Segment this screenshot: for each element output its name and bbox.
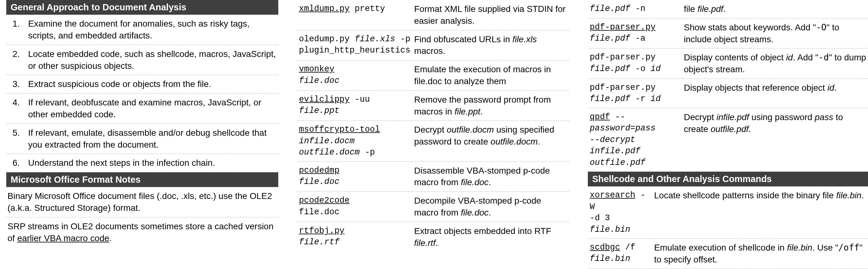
desc-cell: Find obfuscated URLs in file.xls macros. <box>412 30 569 60</box>
desc-text: . <box>489 177 491 187</box>
desc-mono: -O <box>816 22 827 33</box>
cmd-args: /f <box>620 243 636 252</box>
cmd-cell: vmonkeyfile.doc <box>297 60 412 91</box>
desc-text: Decrypt <box>414 125 446 134</box>
header-office-notes: Microsoft Office Format Notes <box>6 172 278 187</box>
desc-text: . <box>489 208 491 217</box>
cmd-row: oledump.py file.xls -p plugin_http_heuri… <box>297 30 569 60</box>
step-item: Locate embedded code, such as shellcode,… <box>6 45 278 76</box>
column-3: file.pdf -n file file.pdf. pdf-parser.py… <box>588 0 868 269</box>
desc-cell: Locate shellcode patterns inside the bin… <box>652 186 868 238</box>
desc-text: . <box>862 190 864 200</box>
step-item: Understand the next steps in the infecti… <box>6 154 278 172</box>
desc-em: file.ppt <box>455 107 480 116</box>
desc-em: file.rtf <box>414 238 435 248</box>
column-1: General Approach to Document Analysis Ex… <box>6 0 278 269</box>
cmd-row: msoffcrypto-toolinfile.docmoutfile.docm … <box>297 121 569 161</box>
cmd-cell: evilclippy -uufile.ppt <box>297 90 412 121</box>
tool-evilclippy[interactable]: evilclippy <box>299 95 349 104</box>
tool-qpdf[interactable]: qpdf <box>590 112 610 122</box>
desc-em: pass <box>815 112 833 122</box>
desc-cell: Extract objects embedded into RTF file.r… <box>412 222 569 252</box>
cheatsheet-page: General Approach to Document Analysis Ex… <box>0 0 868 269</box>
cmd-cell: xorsearch -W-d 3 file.bin <box>588 186 652 238</box>
desc-em: file.xls <box>513 34 537 44</box>
cmd-args: -n <box>630 4 646 13</box>
tool-scdbgc[interactable]: scdbgc <box>590 243 620 252</box>
step-item: If relevant, emulate, disassemble and/or… <box>6 124 278 154</box>
cmd-row: scdbgc /ffile.bin Emulate execution of s… <box>588 238 868 269</box>
step-item: Examine the document for anomalies, such… <box>6 15 278 45</box>
cmd-row: pcodedmpfile.doc Disassemble VBA-stomped… <box>297 161 569 192</box>
cmd-row: xmldump.py pretty Format XML file suppli… <box>297 0 569 30</box>
cmd-args: pretty <box>349 4 385 13</box>
desc-em: id <box>827 83 834 93</box>
tool-xmldump[interactable]: xmldump.py <box>299 4 349 13</box>
cmd-text: pdf-parser.py <box>590 83 656 92</box>
desc-cell: Display objects that reference object id… <box>682 79 868 108</box>
desc-text: . <box>723 4 726 14</box>
cmd-text: file.doc <box>299 207 340 217</box>
cmd-args: -o <box>630 64 651 73</box>
note-item: Binary Microsoft Office document files (… <box>6 187 278 217</box>
tool-pcode2code[interactable]: pcode2code <box>299 196 349 205</box>
shellcode-commands-table: xorsearch -W-d 3 file.bin Locate shellco… <box>588 186 868 269</box>
desc-text: Extract objects embedded into RTF <box>414 226 551 236</box>
cmd-row: pdf-parser.pyfile.pdf -a Show stats abou… <box>588 18 868 49</box>
cmd-row: xorsearch -W-d 3 file.bin Locate shellco… <box>588 186 868 238</box>
cmd-arg: id <box>650 64 660 73</box>
cmd-row: qpdf --password=pass--decrypt infile.pdf… <box>588 108 868 171</box>
desc-text: Locate shellcode patterns inside the bin… <box>654 190 836 200</box>
desc-em: file.bin <box>836 190 862 200</box>
desc-text: Emulate execution of shellcode in <box>654 243 787 252</box>
desc-cell: Show stats about keywords. Add "-O" to i… <box>682 18 868 49</box>
cmd-arg: file.doc <box>299 177 340 186</box>
desc-text: Display contents of object <box>684 53 786 62</box>
desc-em: file.pdf <box>698 4 723 14</box>
cmd-cell: scdbgc /ffile.bin <box>588 238 652 269</box>
desc-cell: Decompile VBA-stomped p-code macro from … <box>412 192 569 222</box>
cmd-cell: qpdf --password=pass--decrypt infile.pdf… <box>588 108 682 171</box>
tool-rtfobj[interactable]: rtfobj.py <box>299 226 345 236</box>
desc-em: file.doc <box>461 208 489 217</box>
cmd-arg: file.pdf <box>590 4 630 13</box>
desc-em: file.doc <box>461 177 489 187</box>
step-item: Extract suspicious code or objects from … <box>6 75 278 93</box>
cmd-cell: pdf-parser.pyfile.pdf -o id <box>588 49 682 79</box>
cmd-arg: id <box>650 94 660 103</box>
cmd-args: -a <box>630 34 646 43</box>
cmd-cell: xmldump.py pretty <box>297 0 412 30</box>
step-item: If relevant, deobfuscate and examine mac… <box>6 93 278 124</box>
tool-vmonkey[interactable]: vmonkey <box>299 64 334 74</box>
desc-text: . <box>480 107 483 116</box>
tool-pcodedmp[interactable]: pcodedmp <box>299 166 340 175</box>
cmd-arg: outfile.pdf <box>590 158 645 167</box>
header-general-approach: General Approach to Document Analysis <box>6 0 278 15</box>
desc-text: Show stats about keywords. Add " <box>684 23 816 32</box>
cmd-text: pdf-parser.py <box>590 53 656 62</box>
pdf-commands-table: file.pdf -n file file.pdf. pdf-parser.py… <box>588 0 868 172</box>
desc-cell: Remove the password prompt from macros i… <box>412 90 569 121</box>
desc-em: outfile.docm <box>447 125 494 134</box>
cmd-cell: pdf-parser.pyfile.pdf -a <box>588 18 682 49</box>
desc-mono: /off <box>838 242 859 253</box>
steps-list: Examine the document for anomalies, such… <box>6 15 278 172</box>
desc-cell: Decrypt outfile.docm using specified pas… <box>412 121 569 161</box>
cmd-args: -r <box>630 94 651 103</box>
tool-xorsearch[interactable]: xorsearch <box>590 190 636 200</box>
tool-pdfparser[interactable]: pdf-parser.py <box>590 23 656 32</box>
cmd-arg: file.rtf <box>299 237 340 247</box>
desc-text: . <box>436 238 438 248</box>
tool-msoffcrypto[interactable]: msoffcrypto-tool <box>299 125 380 134</box>
cmd-arg: file.xls <box>354 34 395 44</box>
vba-macro-link[interactable]: earlier VBA macro code <box>17 233 109 243</box>
column-2: xmldump.py pretty Format XML file suppli… <box>297 0 569 269</box>
desc-cell: Format XML file supplied via STDIN for e… <box>412 0 569 30</box>
cmd-cell: pdf-parser.pyfile.pdf -r id <box>588 79 682 108</box>
note-text: . <box>109 233 112 243</box>
desc-text: using password <box>749 112 815 122</box>
desc-em: outfile.docm <box>491 137 538 146</box>
desc-text: Display objects that reference object <box>684 83 827 93</box>
cmd-arg: outfile.docm <box>299 148 360 157</box>
cmd-cell: msoffcrypto-toolinfile.docmoutfile.docm … <box>297 121 412 161</box>
